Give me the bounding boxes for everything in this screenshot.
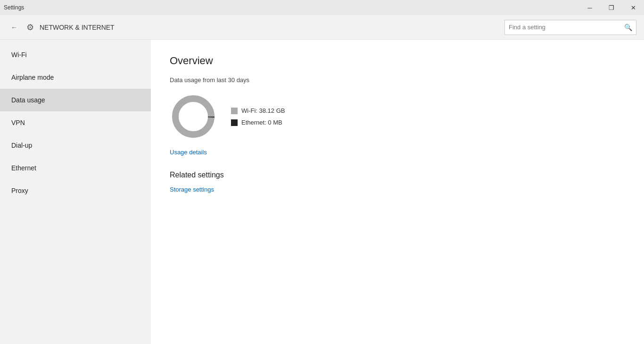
donut-chart xyxy=(170,93,217,140)
title-bar: Settings ─ ❐ ✕ xyxy=(0,0,644,15)
search-icon: 🔍 xyxy=(624,24,632,31)
sidebar-label-dial-up: Dial-up xyxy=(11,142,32,149)
title-bar-left: Settings xyxy=(4,4,24,11)
ethernet-color-swatch xyxy=(231,119,238,126)
header-bar: ← ⚙ NETWORK & INTERNET 🔍 xyxy=(0,15,644,40)
title-bar-controls: ─ ❐ ✕ xyxy=(579,0,644,15)
maximize-button[interactable]: ❐ xyxy=(601,0,622,15)
sidebar-label-ethernet: Ethernet xyxy=(11,164,36,172)
sidebar-item-ethernet[interactable]: Ethernet xyxy=(0,157,151,179)
wifi-color-swatch xyxy=(231,108,238,114)
sidebar-item-data-usage[interactable]: Data usage xyxy=(0,89,151,111)
storage-settings-link[interactable]: Storage settings xyxy=(170,186,214,193)
legend: Wi-Fi: 38.12 GB Ethernet: 0 MB xyxy=(231,107,285,126)
sidebar-label-proxy: Proxy xyxy=(11,187,28,194)
wifi-legend-text: Wi-Fi: 38.12 GB xyxy=(241,107,285,114)
sidebar-label-data-usage: Data usage xyxy=(11,96,45,104)
sidebar-label-airplane-mode: Airplane mode xyxy=(11,74,54,81)
ethernet-legend-text: Ethernet: 0 MB xyxy=(241,119,282,126)
sidebar-label-wifi: Wi-Fi xyxy=(11,51,27,59)
sidebar: Wi-Fi Airplane mode Data usage VPN Dial-… xyxy=(0,40,151,344)
usage-details-link[interactable]: Usage details xyxy=(170,149,207,156)
page-title: NETWORK & INTERNET xyxy=(40,24,499,31)
back-icon: ← xyxy=(11,24,17,31)
content-area: Overview Data usage from last 30 days Wi… xyxy=(151,40,644,344)
donut-section: Wi-Fi: 38.12 GB Ethernet: 0 MB xyxy=(170,93,625,140)
title-bar-title: Settings xyxy=(4,4,24,11)
back-button[interactable]: ← xyxy=(8,21,21,34)
sidebar-item-airplane-mode[interactable]: Airplane mode xyxy=(0,66,151,89)
settings-icon: ⚙ xyxy=(26,22,34,33)
donut-svg xyxy=(170,93,217,140)
legend-wifi: Wi-Fi: 38.12 GB xyxy=(231,107,285,114)
search-input[interactable] xyxy=(509,24,624,31)
minimize-button[interactable]: ─ xyxy=(579,0,601,15)
svg-point-1 xyxy=(180,103,206,130)
sidebar-item-dial-up[interactable]: Dial-up xyxy=(0,134,151,157)
close-button[interactable]: ✕ xyxy=(622,0,644,15)
data-usage-label: Data usage from last 30 days xyxy=(170,76,625,84)
sidebar-label-vpn: VPN xyxy=(11,119,25,126)
sidebar-item-vpn[interactable]: VPN xyxy=(0,111,151,134)
legend-ethernet: Ethernet: 0 MB xyxy=(231,119,285,126)
main-layout: Wi-Fi Airplane mode Data usage VPN Dial-… xyxy=(0,40,644,344)
sidebar-item-proxy[interactable]: Proxy xyxy=(0,179,151,202)
sidebar-item-wifi[interactable]: Wi-Fi xyxy=(0,43,151,66)
search-box: 🔍 xyxy=(504,20,636,35)
overview-title: Overview xyxy=(170,55,625,67)
related-settings-title: Related settings xyxy=(170,171,625,179)
